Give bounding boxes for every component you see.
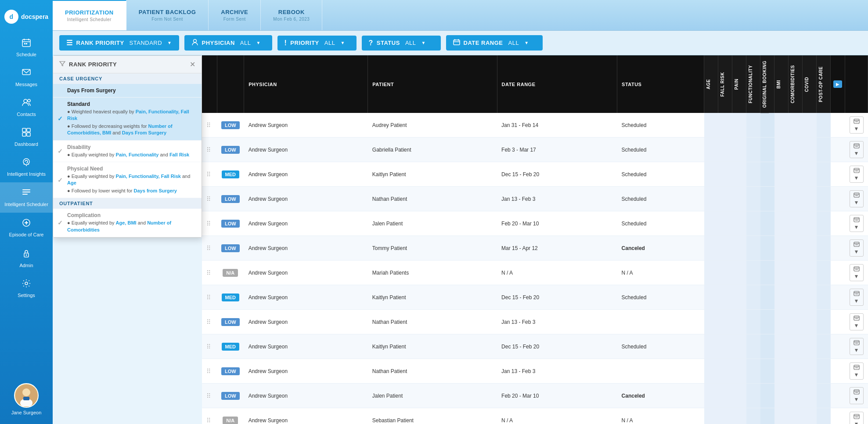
row-action-button[interactable]: ▼ <box>850 338 864 355</box>
dropdown-item-physical-need[interactable]: ✓ Physical Need ● Equally weighted by Pa… <box>53 162 202 198</box>
bmi-cell <box>774 236 789 261</box>
post-op-care-cell <box>817 211 831 236</box>
dropdown-arrow: ▼ <box>854 372 859 378</box>
content-area: RANK PRIORITY ✕ CASE URGENCY Days From S… <box>53 55 868 424</box>
chevron-down-icon: ▼ <box>421 40 426 45</box>
row-action-button[interactable]: ▼ <box>850 141 864 158</box>
age-cell <box>704 384 718 408</box>
post-op-care-cell <box>817 384 831 408</box>
functionality-cell <box>746 138 760 162</box>
bmi-cell <box>774 384 789 408</box>
dropdown-item-days-from-surgery[interactable]: Days From Surgery <box>53 84 202 98</box>
status-filter[interactable]: ? STATUS All ▼ <box>362 36 441 51</box>
date-range-value: All <box>508 40 519 46</box>
row-action-button[interactable]: ▼ <box>850 166 864 183</box>
tab-patient-backlog[interactable]: PATIENT BACKLOG Form Not Sent <box>126 0 209 30</box>
sidebar-item-settings[interactable]: Settings <box>0 273 53 303</box>
drag-handle-icon: ⠿ <box>206 392 211 399</box>
row-action-button[interactable]: ▼ <box>850 116 864 134</box>
status-cell: Scheduled <box>617 138 704 162</box>
physician-label: PHYSICIAN <box>202 40 235 46</box>
dropdown-arrow: ▼ <box>854 126 859 132</box>
hamburger-icon: ☰ <box>66 39 73 47</box>
dropdown-item-disability[interactable]: ✓ Disability ● Equally weighted by Pain,… <box>53 141 202 162</box>
fall-risk-cell <box>718 236 732 261</box>
fall-risk-cell <box>718 261 732 285</box>
row-action-button[interactable]: ▼ <box>850 387 864 404</box>
dashboard-icon <box>22 127 31 139</box>
expand-arrow-button[interactable]: ▶ <box>833 80 842 88</box>
patient-cell: Nathan Patient <box>368 310 497 334</box>
table-row: ⠿ Med Andrew Surgeon Kaitlyn Patient Dec… <box>202 285 868 310</box>
sidebar-item-contacts[interactable]: Contacts <box>0 92 53 122</box>
row-action-button[interactable]: ▼ <box>850 412 864 424</box>
row-action-button[interactable]: ▼ <box>850 264 864 281</box>
physician-cell: Andrew Surgeon <box>244 285 368 310</box>
patient-cell: Tommy Patient <box>368 236 497 261</box>
svg-rect-16 <box>22 192 30 192</box>
row-action-button[interactable]: ▼ <box>850 362 864 380</box>
dropdown-item-complication[interactable]: ✓ Complication ● Equally weighted by Age… <box>53 209 202 237</box>
table-row: ⠿ Low Andrew Surgeon Nathan Patient Jan … <box>202 310 868 334</box>
physician-cell: Andrew Surgeon <box>244 384 368 408</box>
sidebar-item-intelligent-scheduler[interactable]: Intelligent Scheduler <box>0 182 53 213</box>
chevron-down-icon: ▼ <box>524 40 529 45</box>
dropdown-arrow: ▼ <box>854 323 859 329</box>
row-action-button[interactable]: ▼ <box>850 289 864 306</box>
tab-rebook[interactable]: REBOOK Mon Feb 6, 2023 <box>261 0 322 30</box>
sidebar-item-dashboard[interactable]: Dashboard <box>0 122 53 152</box>
row-action-button[interactable]: ▼ <box>850 190 864 207</box>
bmi-cell <box>774 261 789 285</box>
sidebar-item-messages[interactable]: Messages <box>0 62 53 92</box>
physician-filter[interactable]: PHYSICIAN All ▼ <box>184 35 272 51</box>
priority-badge: Low <box>221 220 240 228</box>
dropdown-close-button[interactable]: ✕ <box>190 60 195 69</box>
svg-rect-37 <box>854 144 859 148</box>
priority-filter[interactable]: ! PRIORITY All ▼ <box>277 36 357 51</box>
row-action-button[interactable]: ▼ <box>850 215 864 232</box>
table-row: ⠿ Low Andrew Surgeon Gabriella Patient F… <box>202 138 868 162</box>
dropdown-arrow: ▼ <box>854 249 859 255</box>
dropdown-arrow: ▼ <box>854 347 859 353</box>
sidebar-item-admin[interactable]: Admin <box>0 243 53 273</box>
svg-rect-40 <box>854 168 859 173</box>
date-range-filter[interactable]: DATE RANGE All ▼ <box>446 35 543 51</box>
tab-archive[interactable]: ARCHIVE Form Sent <box>209 0 261 30</box>
sidebar-item-label: Episode of Care <box>9 232 44 238</box>
status-cell: Scheduled <box>617 162 704 187</box>
covid-cell <box>803 211 817 236</box>
svg-rect-10 <box>27 128 30 132</box>
svg-rect-15 <box>22 189 30 190</box>
col-age: AGE <box>704 55 718 113</box>
priority-cell: Med <box>217 285 244 310</box>
contacts-icon <box>22 98 31 109</box>
chevron-down-icon: ▼ <box>340 40 345 45</box>
arrow-cell <box>831 138 845 162</box>
avatar[interactable] <box>14 383 39 408</box>
sidebar-item-episode-of-care[interactable]: Episode of Care <box>0 213 53 243</box>
original-booking-cell <box>760 384 774 408</box>
date-range-cell: Dec 15 - Feb 20 <box>497 285 617 310</box>
col-original-booking: ORIGINAL BOOKING <box>760 55 774 113</box>
fall-risk-cell <box>718 113 732 138</box>
patients-table-container: PHYSICIAN PATIENT DATE RANGE STATUS AGE … <box>202 55 868 424</box>
patient-cell: Audrey Patient <box>368 113 497 138</box>
sidebar-item-intelligent-insights[interactable]: Intelligent Insights <box>0 152 53 182</box>
fall-risk-cell <box>718 310 732 334</box>
drag-handle-cell: ⠿ <box>202 408 217 424</box>
drag-handle-cell: ⠿ <box>202 359 217 384</box>
row-action-button[interactable]: ▼ <box>850 313 864 330</box>
date-range-cell: N / A <box>497 408 617 424</box>
date-range-label: DATE RANGE <box>464 40 503 46</box>
sidebar-item-label: Contacts <box>17 112 36 117</box>
sidebar-item-schedule[interactable]: Schedule <box>0 33 53 62</box>
tab-prioritization[interactable]: PRIORITIZATION Intelligent Scheduler <box>53 0 126 30</box>
rank-priority-filter[interactable]: ☰ RANK PRIORITY Standard ▼ <box>59 35 179 51</box>
row-action-button[interactable]: ▼ <box>850 239 864 257</box>
dropdown-item-standard[interactable]: ✓ Standard ● Weighted heaviest equally b… <box>53 98 202 141</box>
svg-rect-43 <box>854 193 859 197</box>
chevron-down-icon: ▼ <box>256 40 260 45</box>
priority-cell: Low <box>217 211 244 236</box>
dropdown-title: RANK PRIORITY <box>69 61 117 68</box>
arrow-cell <box>831 113 845 138</box>
